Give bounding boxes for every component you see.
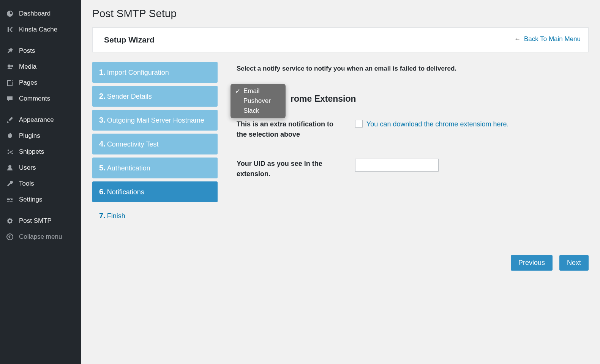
extra-notification-row: This is an extra notification to the sel… [237, 119, 589, 140]
uid-row: Your UID as you see in the extension. [237, 159, 589, 179]
uid-label: Your UID as you see in the extension. [237, 159, 343, 179]
brush-icon [5, 116, 14, 124]
dropdown-option-slack[interactable]: Slack [231, 106, 286, 116]
sidebar-item-pages[interactable]: Pages [0, 75, 81, 91]
wizard-steps: 1.Import Configuration 2.Sender Details … [92, 62, 218, 271]
next-button[interactable]: Next [559, 255, 589, 271]
arrow-left-icon: ← [514, 35, 521, 43]
sidebar-item-snippets[interactable]: Snippets [0, 144, 81, 160]
pin-icon [5, 47, 14, 55]
sidebar-label: Kinsta Cache [19, 26, 57, 33]
user-icon [5, 164, 14, 172]
plug-icon [5, 132, 14, 140]
uid-input[interactable] [355, 159, 439, 172]
sidebar-item-collapse[interactable]: Collapse menu [0, 229, 81, 245]
sidebar-item-tools[interactable]: Tools [0, 176, 81, 192]
sidebar-label: Appearance [19, 116, 54, 124]
notify-service-dropdown[interactable]: Email Pushover Slack [231, 84, 286, 118]
card-title: Setup Wizard [104, 35, 577, 44]
wizard-card: Setup Wizard ← Back To Main Menu [92, 27, 589, 52]
chrome-extension-link[interactable]: You can download the chrome extensiom he… [366, 119, 509, 129]
instruction-text: Select a notify service to notify you wh… [237, 65, 589, 72]
comments-icon [5, 95, 14, 102]
sidebar-label: Collapse menu [19, 233, 62, 241]
back-to-main-link[interactable]: ← Back To Main Menu [514, 35, 581, 43]
kinsta-icon [5, 26, 14, 33]
back-link-label: Back To Main Menu [524, 35, 581, 43]
dashboard-icon [5, 10, 14, 17]
sidebar-item-dashboard[interactable]: Dashboard [0, 6, 81, 22]
sidebar-label: Media [19, 63, 36, 71]
step-authentication[interactable]: 5.Authentication [92, 158, 218, 178]
media-icon [5, 63, 14, 71]
gear-icon [5, 217, 14, 225]
main-content: Post SMTP Setup Setup Wizard ← Back To M… [81, 0, 600, 364]
sidebar-label: Comments [19, 95, 50, 102]
sidebar-item-appearance[interactable]: Appearance [0, 112, 81, 128]
sidebar-label: Pages [19, 79, 37, 87]
sidebar-item-comments[interactable]: Comments [0, 91, 81, 107]
step-finish[interactable]: 7.Finish [92, 205, 218, 226]
sidebar-label: Posts [19, 47, 35, 55]
sidebar-label: Tools [19, 180, 34, 188]
previous-button[interactable]: Previous [511, 255, 553, 271]
sidebar-item-media[interactable]: Media [0, 59, 81, 75]
admin-sidebar: Dashboard Kinsta Cache Posts Media Pages… [0, 0, 81, 364]
sidebar-label: Dashboard [19, 10, 51, 17]
collapse-icon [5, 233, 14, 241]
step-import-configuration[interactable]: 1.Import Configuration [92, 62, 218, 83]
dropdown-option-pushover[interactable]: Pushover [231, 96, 286, 106]
sliders-icon [5, 196, 14, 203]
page-title: Post SMTP Setup [92, 8, 589, 20]
sidebar-item-kinsta-cache[interactable]: Kinsta Cache [0, 22, 81, 38]
sidebar-item-post-smtp[interactable]: Post SMTP [0, 213, 81, 229]
svg-point-0 [7, 234, 13, 240]
step-connectivity-test[interactable]: 4.Connectivity Test [92, 134, 218, 154]
scissors-icon [5, 148, 14, 156]
step-content: Select a notify service to notify you wh… [237, 62, 589, 271]
extra-notification-label: This is an extra notification to the sel… [237, 119, 343, 140]
step-sender-details[interactable]: 2.Sender Details [92, 86, 218, 107]
sidebar-label: Settings [19, 196, 42, 203]
chrome-extension-heading: rome Extension [237, 94, 589, 104]
sidebar-item-plugins[interactable]: Plugins [0, 128, 81, 144]
sidebar-label: Users [19, 164, 36, 172]
wrench-icon [5, 180, 14, 188]
pages-icon [5, 79, 14, 87]
sidebar-item-settings[interactable]: Settings [0, 192, 81, 208]
sidebar-item-posts[interactable]: Posts [0, 43, 81, 59]
step-notifications[interactable]: 6.Notifications [92, 181, 218, 202]
chrome-extension-checkbox[interactable] [355, 120, 363, 128]
sidebar-label: Plugins [19, 132, 40, 140]
step-outgoing-mail-server[interactable]: 3.Outgoing Mail Server Hostname [92, 110, 218, 131]
wizard-area: 1.Import Configuration 2.Sender Details … [92, 62, 589, 271]
sidebar-label: Snippets [19, 148, 44, 156]
sidebar-item-users[interactable]: Users [0, 160, 81, 176]
dropdown-option-email[interactable]: Email [231, 86, 286, 96]
wizard-nav-buttons: Previous Next [237, 255, 589, 271]
sidebar-label: Post SMTP [19, 217, 52, 225]
